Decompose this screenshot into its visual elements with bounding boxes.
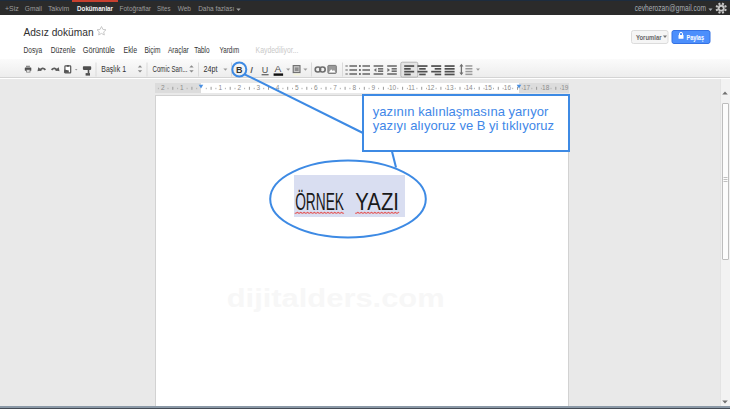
svg-text:15: 15 (485, 84, 493, 91)
svg-text:Gmail: Gmail (25, 4, 42, 13)
svg-text:Adsız doküman: Adsız doküman (23, 25, 93, 39)
svg-text:cevherozan@gmail.com: cevherozan@gmail.com (635, 3, 706, 13)
svg-text:Görüntüle: Görüntüle (83, 45, 115, 55)
svg-text:Comic San...: Comic San... (153, 64, 188, 74)
svg-text:6: 6 (314, 84, 318, 91)
svg-text:Düzenle: Düzenle (51, 45, 76, 55)
svg-text:Kaydediliyor...: Kaydediliyor... (256, 45, 299, 55)
svg-text:Dosya: Dosya (24, 45, 43, 55)
svg-text:10: 10 (389, 84, 397, 91)
svg-text:14: 14 (465, 84, 473, 91)
svg-text:A: A (275, 63, 283, 74)
svg-text:I: I (250, 63, 253, 74)
svg-text:16: 16 (504, 84, 512, 91)
svg-text:Araçlar: Araçlar (168, 45, 189, 55)
svg-text:12: 12 (427, 84, 435, 91)
svg-text:B: B (236, 63, 243, 74)
svg-text:U: U (262, 63, 269, 74)
svg-text:3: 3 (257, 84, 261, 91)
svg-text:18: 18 (542, 84, 550, 91)
svg-text:17: 17 (523, 84, 531, 91)
svg-text:13: 13 (446, 84, 454, 91)
svg-text:Biçim: Biçim (144, 45, 160, 55)
svg-text:11: 11 (408, 84, 415, 91)
svg-text:2: 2 (237, 84, 241, 91)
svg-text:Fotoğraflar: Fotoğraflar (120, 4, 152, 13)
svg-text:Sites: Sites (157, 4, 170, 13)
svg-text:5: 5 (295, 84, 299, 91)
svg-text:Yorumlar: Yorumlar (636, 33, 662, 42)
svg-text:4: 4 (276, 84, 280, 91)
svg-text:Başlık 1: Başlık 1 (101, 64, 126, 74)
svg-text:Paylaş: Paylaş (687, 33, 705, 42)
svg-text:Web: Web (178, 4, 192, 13)
svg-text:Dokümanlar: Dokümanlar (77, 4, 113, 13)
svg-text:1: 1 (218, 84, 222, 91)
svg-text:Daha fazlası: Daha fazlası (198, 4, 234, 13)
svg-text:+Siz: +Siz (5, 4, 19, 13)
svg-text:2: 2 (161, 84, 165, 91)
svg-text:19: 19 (561, 84, 569, 91)
svg-text:9: 9 (371, 84, 375, 91)
svg-text:1: 1 (180, 84, 184, 91)
svg-text:7: 7 (333, 84, 337, 91)
svg-text:Yardım: Yardım (220, 45, 240, 55)
svg-text:Takvim: Takvim (48, 4, 70, 13)
svg-text:Ekle: Ekle (124, 45, 138, 55)
svg-text:8: 8 (352, 84, 356, 91)
svg-text:24pt: 24pt (204, 64, 219, 74)
svg-text:Tablo: Tablo (194, 45, 210, 55)
